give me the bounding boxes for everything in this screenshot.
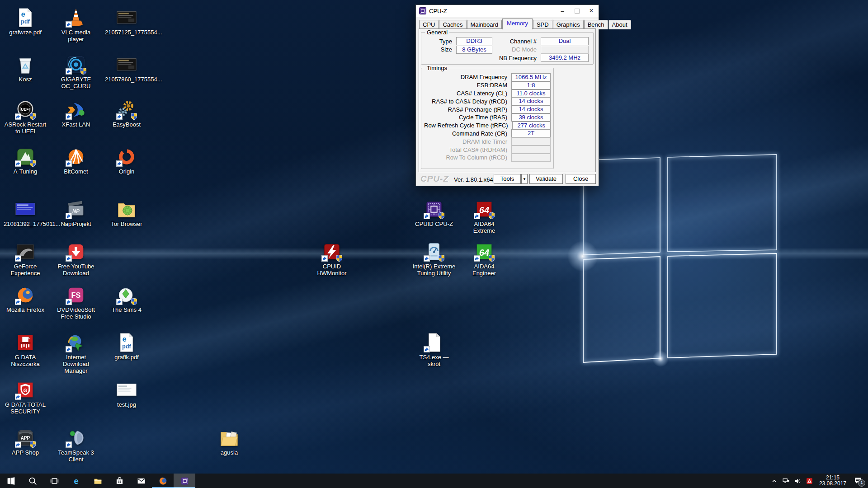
field-value: 14 clocks [511,97,551,105]
recycle-bin-icon [4,53,47,75]
cpuz-button[interactable] [174,474,195,488]
desktop-icon-mozilla-firefox[interactable]: Mozilla Firefox [4,284,47,313]
edge-pdf-icon: epdf [4,6,47,28]
desktop-icon-aida64-extreme[interactable]: 64AIDA64 Extreme [462,198,506,234]
desktop-icon-label: ASRock Restart to UEFI [4,121,47,135]
field-label: Command Rate (CR) [424,130,507,137]
desktop-icon-label: The Sims 4 [105,306,148,313]
version-text: Ver. 1.80.1.x64 [454,176,493,183]
firefox-icon [158,476,168,486]
tools-button[interactable]: Tools [494,174,521,184]
desktop-icon-origin[interactable]: Origin [105,145,148,175]
desktop-icon-label: grafik.pdf [105,354,148,361]
desktop-icon-easyboost[interactable]: EasyBoost [105,99,148,128]
desktop-icon-g-data-total-security[interactable]: GG DATA TOTAL SECURITY [4,379,47,415]
desktop-icon-label: 21081392_1775011... [4,221,47,227]
desktop-icon-the-sims-4[interactable]: The Sims 4 [105,284,148,313]
desktop-icon-bitcomet[interactable]: BitComet [54,145,98,175]
idm-globe-icon [54,331,98,353]
desktop-icon-asrock-restart-to-uefi[interactable]: UEFIASRock Restart to UEFI [4,99,47,135]
desktop-icon-aida64-engineer[interactable]: 64AIDA64 Engineer [462,240,506,277]
file-explorer-button[interactable] [87,474,108,488]
tab-graphics[interactable]: Graphics [553,20,584,29]
action-center-icon[interactable]: 1 [850,474,866,488]
gdata-shield-icon: G [4,379,47,400]
desktop-icon-gigabyte-oc-guru[interactable]: GIGABYTE OC_GURU [54,53,98,89]
tab-spd[interactable]: SPD [533,20,552,29]
desktop-icon-21057125-1775554[interactable]: 21057125_1775554... [105,6,148,36]
volume-icon[interactable] [792,474,804,488]
close-window-button[interactable]: × [584,5,599,17]
desktop-icon-grafik-pdf[interactable]: epdfgrafik.pdf [105,331,148,361]
validate-button[interactable]: Validate [529,174,563,184]
task-view-button[interactable] [43,474,65,488]
desktop-icon-label: AIDA64 Extreme [462,221,506,234]
desktop-icon-label: NapiProjekt [54,221,98,227]
desktop-icon-dvdvideosoft-free-studio[interactable]: FSDVDVideoSoft Free Studio [54,284,98,320]
tools-dropdown-button[interactable]: ▼ [521,174,528,184]
desktop-icon-g-data-niszczarka[interactable]: G DATA Niszczarka [4,331,47,367]
close-button[interactable]: Close [566,174,596,184]
field-value [511,137,551,145]
desktop-icon-label: GIGABYTE OC_GURU [54,76,98,89]
desktop-icon-cpuid-cpu-z[interactable]: CPUID CPU-Z [412,198,456,227]
desktop-icon-napiprojekt[interactable]: NPNapiProjekt [54,198,98,227]
tab-bench[interactable]: Bench [584,20,608,29]
app-shop-icon: APP [4,427,47,448]
start-button[interactable] [0,474,22,488]
desktop-icon-agusia[interactable]: agusia [208,427,251,456]
task-view-icon [50,476,59,486]
firefox-icon [4,284,47,305]
desktop-icon-intel-r-extreme-tuning-utility[interactable]: Intel(R) Extreme Tuning Utility [412,240,456,277]
desktop-icon-teamspeak-3-client[interactable]: TeamSpeak 3 Client [54,427,98,463]
aida64-red-icon: 64 [462,198,506,220]
tab-cpu[interactable]: CPU [419,20,439,29]
desktop-icon-21057860-1775554[interactable]: 21057860_1775554... [105,53,148,83]
desktop-icon-xfast-lan[interactable]: XFast LAN [54,99,98,128]
field-label: FSB:DRAM [424,82,507,89]
tray-expand-chevron-icon[interactable] [769,474,780,488]
desktop-icon-kosz[interactable]: Kosz [4,53,47,83]
search-button[interactable] [22,474,43,488]
maximize-button[interactable] [570,5,584,17]
gdata-tray-icon[interactable] [804,474,816,488]
desktop-icon-a-tuning[interactable]: A-Tuning [4,145,47,175]
desktop-icon-tor-browser[interactable]: Tor Browser [105,198,148,227]
desktop-icon-21081392-1775011[interactable]: 21081392_1775011... [4,198,47,227]
desktop-icon-free-youtube-download[interactable]: Free YouTube Download [54,240,98,277]
field-label: DRAM Idle Timer [424,138,507,145]
timings-legend: Timings [425,65,449,71]
desktop-icon-geforce-experience[interactable]: GeForce Experience [4,240,47,277]
tab-caches[interactable]: Caches [439,20,466,29]
uefi-icon: UEFI [4,99,47,120]
svg-text:pdf: pdf [122,343,131,350]
desktop-icon-cpuid-hwmonitor[interactable]: CPUID HWMonitor [310,240,354,277]
desktop-icon-label: grafwrze.pdf [4,29,47,36]
desktop-icon-label: GeForce Experience [4,263,47,277]
tab-about[interactable]: About [609,20,631,29]
desktop-icon-label: BitComet [54,168,98,175]
network-icon[interactable] [780,474,792,488]
geforce-icon [4,240,47,262]
desktop-icon-test-jpg[interactable]: test.jpg [105,379,148,408]
field-label: Type [425,38,452,45]
dark-photo-thumbnail [105,6,148,28]
desktop-icon-grafwrze-pdf[interactable]: epdfgrafwrze.pdf [4,6,47,36]
tab-mainboard[interactable]: Mainboard [467,20,502,29]
desktop-icon-ts4-exe-skr-t[interactable]: TS4.exe — skrót [412,331,456,367]
desktop-icon-app-shop[interactable]: APPAPP Shop [4,427,47,456]
firefox-button[interactable] [152,474,174,488]
desktop-icon-vlc-media-player[interactable]: VLC media player [54,6,98,42]
taskbar-clock[interactable]: 21:15 23.08.2017 [816,475,850,487]
cpuz-title-bar[interactable]: CPU-Z – × [416,5,599,17]
edge-button[interactable]: e [65,474,87,488]
store-button[interactable] [108,474,130,488]
tab-memory[interactable]: Memory [502,18,533,29]
svg-text:G: G [24,388,28,393]
field-label: CAS# Latency (CL) [424,90,507,97]
mail-button[interactable] [130,474,152,488]
minimize-button[interactable]: – [555,5,570,17]
white-photo-thumbnail [105,379,148,400]
desktop-icon-internet-download-manager[interactable]: Internet Download Manager [54,331,98,374]
fs-studio-icon: FS [54,284,98,305]
